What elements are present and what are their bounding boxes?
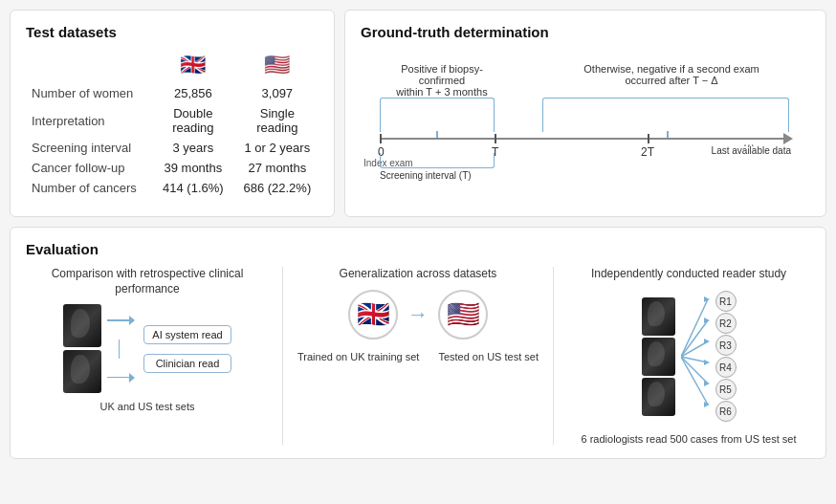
mammogram-2 [63, 350, 101, 393]
mammo-reader-2 [642, 338, 675, 376]
mammo-ai-wrapper: AI system read Clinician read [63, 304, 231, 393]
test-datasets-title: Test datasets [26, 24, 319, 40]
row-us: Single reading [236, 103, 319, 138]
mammogram-1 [63, 304, 101, 347]
test-datasets-table: 🇬🇧 🇺🇸 Number of women 25,856 3,097 Inter… [26, 50, 319, 198]
svg-marker-10 [704, 381, 710, 386]
generalization-title: Generalization across datasets [340, 267, 497, 282]
screening-interval-label: Screening interval (T) [380, 170, 472, 181]
reader-study-section: Independently conducted reader study [567, 267, 810, 445]
arrow-generalization: → [407, 302, 429, 327]
divider-2 [553, 267, 554, 445]
radiologist-circle: R2 [715, 313, 737, 334]
uk-flag: 🇬🇧 [150, 50, 236, 83]
radiologist-circle: R4 [715, 357, 737, 378]
svg-line-0 [681, 299, 708, 357]
tick-2T-label: 2T [641, 145, 654, 159]
tested-label: Tested on US test set [438, 351, 539, 362]
radiologist-circle: R6 [715, 401, 737, 422]
mammo-stack-reader [642, 297, 675, 416]
row-uk: 3 years [150, 138, 236, 158]
us-flag: 🇺🇸 [236, 50, 319, 83]
ground-truth-diagram: Positive if biopsy-confirmed within T + … [361, 50, 810, 203]
comparison-section: Comparison with retrospective clinical p… [26, 267, 269, 445]
row-uk: 39 months [150, 158, 236, 178]
svg-marker-8 [704, 339, 710, 344]
evaluation-panel: Evaluation Comparison with retrospective… [10, 227, 826, 459]
biopsy-brace [380, 98, 495, 132]
svg-line-5 [681, 357, 708, 405]
ground-truth-panel: Ground-truth determination Positive if b… [344, 10, 826, 217]
ai-read-box: AI system read [143, 325, 231, 344]
generalization-section: Generalization across datasets 🇬🇧 → 🇺🇸 [297, 267, 539, 445]
mammogram-stack [63, 304, 101, 393]
row-us: 686 (22.2%) [236, 178, 319, 198]
test-table-row: Screening interval 3 years 1 or 2 years [26, 138, 319, 158]
row-us: 1 or 2 years [236, 138, 319, 158]
r-circles: R1R2R3R4R5R6 [715, 291, 737, 422]
screening-brace [380, 153, 495, 168]
row-uk: Double reading [150, 103, 236, 138]
clinician-read-box: Clinician read [143, 354, 231, 373]
row-label: Screening interval [26, 138, 150, 158]
tick-T [495, 134, 496, 143]
biopsy-label: Positive if biopsy-confirmed within T + … [380, 63, 504, 98]
evaluation-sections: Comparison with retrospective clinical p… [26, 267, 810, 445]
radiologist-circle: R1 [715, 291, 737, 312]
uk-us-test-label: UK and US test sets [99, 401, 194, 412]
tick-2T [648, 134, 649, 143]
radiologist-circle: R5 [715, 379, 737, 400]
second-exam-label: Otherwise, negative if a second exam occ… [552, 63, 791, 86]
reader-study-title: Independently conducted reader study [591, 267, 786, 282]
evaluation-title: Evaluation [26, 241, 810, 257]
second-brace [542, 98, 789, 132]
row-us: 27 months [236, 158, 319, 178]
mammo-reader-3 [642, 378, 675, 416]
comparison-title: Comparison with retrospective clinical p… [26, 267, 269, 296]
fan-lines [681, 290, 710, 424]
row-uk: 414 (1.6%) [150, 178, 236, 198]
divider-1 [282, 267, 283, 445]
double-arrow [107, 311, 130, 387]
row-label: Cancer follow-up [26, 158, 150, 178]
radiologist-diagram: R1R2R3R4R5R6 [642, 290, 737, 424]
row-us: 3,097 [236, 83, 319, 103]
svg-line-1 [681, 320, 708, 357]
test-table-row: Number of women 25,856 3,097 [26, 83, 319, 103]
test-table-row: Cancer follow-up 39 months 27 months [26, 158, 319, 178]
row-label: Number of women [26, 83, 150, 103]
trained-label: Trained on UK training set [297, 351, 419, 362]
radiologist-bottom-label: 6 radiologists read 500 cases from US te… [582, 433, 797, 445]
row-label: Interpretation [26, 103, 150, 138]
radiologist-circle: R3 [715, 335, 737, 356]
last-data-label: Last available data [712, 134, 791, 156]
row-uk: 25,856 [150, 83, 236, 103]
test-table-row: Interpretation Double reading Single rea… [26, 103, 319, 138]
test-table-row: Number of cancers 414 (1.6%) 686 (22.2%) [26, 178, 319, 198]
read-boxes: AI system read Clinician read [143, 325, 231, 373]
row-label: Number of cancers [26, 178, 150, 198]
test-datasets-panel: Test datasets 🇬🇧 🇺🇸 Number of women 25,8… [10, 10, 335, 217]
mammo-reader-1 [642, 297, 675, 336]
svg-marker-9 [704, 360, 710, 365]
us-flag-circle: 🇺🇸 [438, 290, 488, 340]
ground-truth-title: Ground-truth determination [361, 24, 810, 40]
uk-flag-circle: 🇬🇧 [348, 290, 398, 340]
tick-0 [380, 134, 382, 143]
